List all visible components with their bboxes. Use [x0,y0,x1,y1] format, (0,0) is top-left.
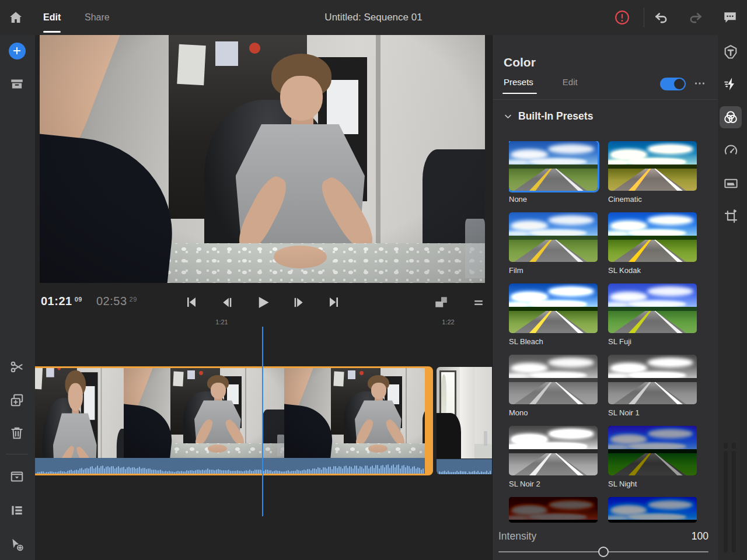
intensity-slider-knob[interactable] [598,547,609,557]
preset-thumbnail[interactable] [509,141,598,191]
speed-icon [723,143,739,159]
tab-color-edit[interactable]: Edit [563,77,578,94]
tab-edit-label: Edit [43,12,61,23]
preset-sl-night[interactable]: SL Night [608,426,697,488]
divider [6,454,28,454]
timeline-clip-selected[interactable] [35,366,433,475]
ruler-label: 1:22 [442,318,454,326]
preset-thumbnail[interactable] [608,284,697,333]
add-media-button[interactable] [6,40,27,61]
kitchen-scene [284,368,425,458]
built-in-presets-header[interactable]: Built-In Presets [504,110,593,123]
preset-hidden-10[interactable] [509,497,598,523]
display-mode-button[interactable] [432,295,450,310]
sync-error-icon[interactable] [613,9,631,26]
frame-forward-button[interactable] [290,294,306,310]
scrollbar[interactable] [724,451,728,552]
preset-thumbnail[interactable] [608,426,697,475]
timecode: 01:2109 02:5329 [41,295,137,308]
preset-thumbnail[interactable] [509,284,598,333]
preset-thumbnail[interactable] [608,212,697,262]
presets-grid: None Cinematic Film SL Kodak SL Bleach S… [509,141,701,528]
preset-sl-fuji[interactable]: SL Fuji [608,284,697,346]
video-preview[interactable] [40,35,485,283]
transport-controls: 01:2109 02:5329 [35,290,492,314]
section-title: Built-In Presets [518,110,593,123]
redo-button[interactable] [687,9,704,26]
road-scene [608,141,697,191]
play-button[interactable] [254,294,271,310]
clip-content [35,368,425,474]
preset-film[interactable]: Film [509,212,598,275]
preset-label: None [509,195,598,204]
road-scene [509,355,598,404]
audio-button[interactable] [720,172,742,194]
preset-sl-bleach[interactable]: SL Bleach [509,284,598,346]
timeline-track [35,366,492,477]
more-options-button[interactable] [691,77,708,90]
delete-button[interactable] [6,422,27,443]
color-button[interactable] [720,106,742,128]
top-bar: Edit Share Untitled: Sequence 01 [0,0,747,35]
tab-share[interactable]: Share [85,0,110,35]
preset-thumbnail[interactable] [509,212,598,262]
speed-button[interactable] [720,139,742,162]
graphics-button[interactable] [720,41,742,63]
playhead[interactable] [262,327,263,516]
home-button[interactable] [8,8,27,27]
preset-thumbnail[interactable] [509,355,598,404]
preset-hidden-11[interactable] [608,497,697,523]
undo-button[interactable] [652,9,670,26]
skip-start-button[interactable] [183,294,200,310]
current-time: 01:21 [41,295,72,307]
road-scene [509,141,598,191]
display-mode-icon [434,295,449,310]
preset-sl-noir-1[interactable]: SL Noir 1 [608,355,697,417]
color-icon [722,109,739,125]
preset-label: SL Fuji [608,337,697,346]
preset-none[interactable]: None [509,141,598,204]
preset-mono[interactable]: Mono [509,355,598,417]
timeline-clip-next[interactable] [437,367,492,474]
crop-icon [723,209,739,225]
road-scene [608,426,697,475]
preset-thumbnail[interactable] [608,497,697,523]
color-enabled-toggle[interactable] [660,78,686,90]
preset-thumbnail[interactable] [509,497,598,523]
frame-back-button[interactable] [219,294,235,310]
crop-button[interactable] [720,205,742,228]
split-button[interactable] [6,356,27,377]
preset-cinematic[interactable]: Cinematic [608,141,697,204]
overlay-tray-button[interactable] [6,466,27,487]
tab-edit[interactable]: Edit [43,0,61,35]
road-scene [509,497,598,523]
tab-presets-label: Presets [504,77,533,87]
duplicate-button[interactable] [6,390,27,411]
more-icon [693,77,706,90]
preset-thumbnail[interactable] [509,426,598,475]
road-scene [608,212,697,262]
skip-end-button[interactable] [326,294,342,310]
scrollbar[interactable] [732,451,736,552]
window-scene [437,367,492,459]
preset-thumbnail[interactable] [608,355,697,404]
timeline-menu-button[interactable] [470,295,487,310]
track-list-button[interactable] [6,500,27,521]
tab-presets[interactable]: Presets [504,77,533,94]
preset-label: Cinematic [608,195,697,204]
effects-icon [723,76,738,92]
effects-button[interactable] [720,73,742,95]
preset-sl-noir-2[interactable]: SL Noir 2 [509,426,598,488]
chevron-down-icon [504,112,512,121]
preset-sl-kodak[interactable]: SL Kodak [608,212,697,275]
edit-workspace: 01:2109 02:5329 [35,35,492,560]
right-toolbar [718,35,747,560]
intensity-value: 100 [692,530,708,542]
feedback-button[interactable] [721,9,739,26]
intensity-slider[interactable] [498,551,708,552]
pointer-add-button[interactable] [6,534,27,555]
preset-thumbnail[interactable] [608,141,697,191]
road-scene [608,497,697,523]
media-bin-button[interactable] [6,74,27,94]
premiere-rush-app: Edit Share Untitled: Sequence 01 [0,0,747,560]
